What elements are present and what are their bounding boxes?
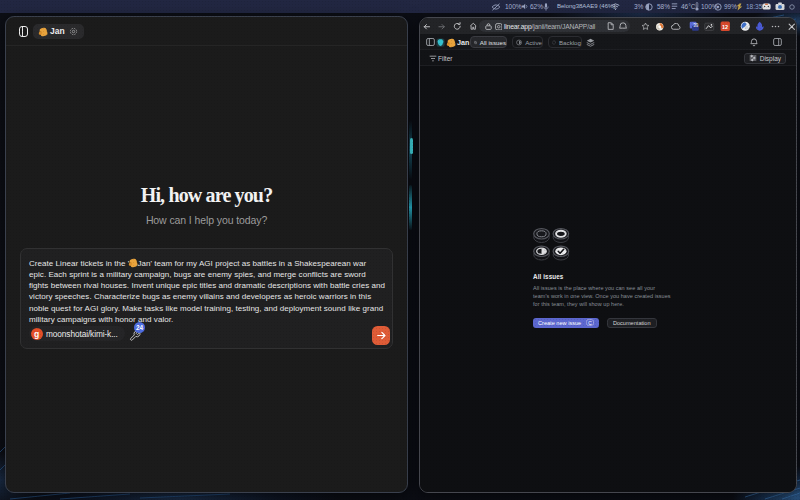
svg-text:12: 12 xyxy=(722,24,728,30)
svg-text:39: 39 xyxy=(693,23,699,28)
